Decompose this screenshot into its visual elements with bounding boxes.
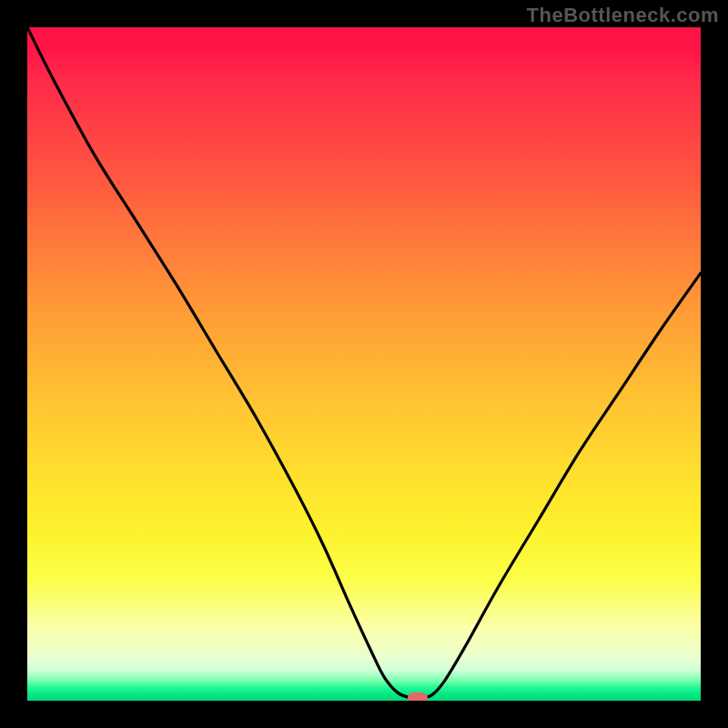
watermark-text: TheBottleneck.com <box>527 4 719 27</box>
optimal-marker-icon <box>408 693 428 701</box>
bottleneck-curve <box>27 27 701 701</box>
chart-frame: TheBottleneck.com <box>0 0 728 728</box>
plot-area <box>27 27 701 701</box>
